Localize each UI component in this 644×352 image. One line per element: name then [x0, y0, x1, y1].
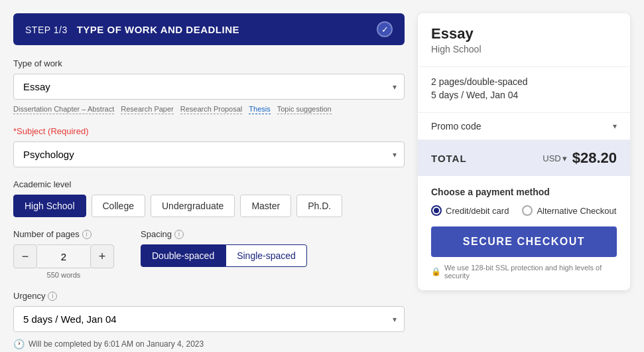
check-circle-icon: ✓ [377, 21, 393, 37]
subject-label: *Subject (Required) [13, 126, 405, 136]
urgency-select[interactable]: 5 days / Wed, Jan 04 [13, 306, 405, 332]
spacing-buttons-group: Double-spaced Single-spaced [141, 244, 307, 267]
total-amount: $28.20 [572, 149, 617, 167]
pages-spacing-row: Number of pages i − 2 + 550 words Spacin… [13, 229, 405, 279]
type-hint-2[interactable]: Research Proposal [180, 105, 243, 114]
spacing-single-button[interactable]: Single-spaced [225, 244, 307, 267]
type-of-work-select[interactable]: Essay [13, 74, 405, 100]
summary-title: Essay [431, 25, 617, 43]
radio-alt-empty [522, 205, 533, 216]
promo-label: Promo code [431, 121, 481, 132]
academic-level-section: Academic level High School College Under… [13, 179, 405, 217]
type-hint-0[interactable]: Dissertation Chapter – Abstract [13, 105, 114, 114]
pages-counter: − 2 + [13, 244, 114, 268]
currency-arrow-icon: ▾ [562, 153, 567, 163]
subject-wrapper: Psychology ▾ [13, 141, 405, 167]
academic-btn-undergraduate[interactable]: Undergraduate [151, 195, 235, 217]
type-of-work-label: Type of work [13, 58, 405, 68]
step-header: STEP 1/3 TYPE OF WORK AND DEADLINE ✓ [13, 13, 405, 45]
academic-btn-high-school[interactable]: High School [13, 195, 86, 217]
type-hint-1[interactable]: Research Paper [121, 105, 174, 114]
pages-increment-button[interactable]: + [90, 244, 114, 268]
subject-select[interactable]: Psychology [13, 141, 405, 167]
lock-icon: 🔒 [431, 267, 441, 276]
words-hint: 550 words [13, 271, 114, 279]
currency-selector[interactable]: USD ▾ [543, 153, 566, 163]
subject-section: *Subject (Required) Psychology ▾ [13, 126, 405, 167]
pages-section: Number of pages i − 2 + 550 words [13, 229, 114, 279]
pages-value: 2 [37, 244, 90, 268]
pages-decrement-button[interactable]: − [13, 244, 37, 268]
pages-info-icon[interactable]: i [82, 230, 92, 239]
payment-options: Credit/debit card Alternative Checkout [431, 205, 617, 216]
type-hint-4[interactable]: Topic suggestion [277, 105, 332, 114]
summary-subtitle: High School [431, 44, 617, 54]
radio-card-inner [434, 208, 439, 213]
type-hints-row: Dissertation Chapter – Abstract Research… [13, 105, 405, 114]
payment-alt-label: Alternative Checkout [537, 206, 616, 216]
step-number: STEP 1/3 [25, 25, 68, 35]
clock-icon: 🕐 [13, 339, 25, 349]
urgency-wrapper: 5 days / Wed, Jan 04 ▾ [13, 306, 405, 332]
subject-required: (Required) [48, 126, 88, 136]
summary-pages: 2 pages/double-spaced [431, 76, 617, 87]
academic-buttons-group: High School College Undergraduate Master… [13, 195, 405, 217]
radio-card-outer [431, 205, 442, 216]
urgency-info-icon[interactable]: i [48, 292, 57, 301]
left-panel: STEP 1/3 TYPE OF WORK AND DEADLINE ✓ Typ… [13, 13, 405, 349]
payment-option-alternative[interactable]: Alternative Checkout [522, 205, 616, 216]
checkout-button[interactable]: SECURE CHECKOUT [431, 226, 617, 257]
spacing-double-button[interactable]: Double-spaced [141, 244, 225, 267]
payment-section: Choose a payment method Credit/debit car… [418, 176, 630, 290]
academic-level-label: Academic level [13, 179, 405, 189]
academic-btn-master[interactable]: Master [240, 195, 291, 217]
urgency-section: Urgency i 5 days / Wed, Jan 04 ▾ [13, 291, 405, 332]
right-panel: Essay High School 2 pages/double-spaced … [418, 13, 630, 290]
payment-title: Choose a payment method [431, 187, 617, 197]
pages-label: Number of pages i [13, 229, 114, 239]
type-hint-3[interactable]: Thesis [249, 105, 270, 114]
academic-btn-college[interactable]: College [92, 195, 145, 217]
spacing-label: Spacing i [141, 229, 307, 239]
summary-details: 2 pages/double-spaced 5 days / Wed, Jan … [418, 67, 630, 113]
spacing-section: Spacing i Double-spaced Single-spaced [141, 229, 307, 267]
urgency-label: Urgency i [13, 291, 405, 301]
completion-note: 🕐 Will be completed by 6:01 AM on Januar… [13, 339, 405, 349]
promo-arrow-icon: ▾ [613, 122, 617, 131]
step-title: TYPE OF WORK AND DEADLINE [77, 24, 239, 35]
type-of-work-wrapper: Essay ▾ [13, 74, 405, 100]
security-note: 🔒 We use 128-bit SSL protection and high… [431, 264, 617, 280]
academic-btn-phd[interactable]: Ph.D. [296, 195, 342, 217]
step-header-text: STEP 1/3 TYPE OF WORK AND DEADLINE [25, 24, 239, 35]
payment-card-label: Credit/debit card [446, 206, 509, 216]
spacing-info-icon[interactable]: i [174, 230, 184, 239]
payment-option-card[interactable]: Credit/debit card [431, 205, 509, 216]
type-of-work-section: Type of work Essay ▾ [13, 58, 405, 100]
promo-section[interactable]: Promo code ▾ [418, 113, 630, 140]
total-right: USD ▾ $28.20 [543, 149, 617, 167]
total-section: TOTAL USD ▾ $28.20 [418, 140, 630, 176]
summary-deadline: 5 days / Wed, Jan 04 [431, 90, 617, 100]
summary-top: Essay High School [418, 13, 630, 67]
total-label: TOTAL [431, 153, 467, 164]
